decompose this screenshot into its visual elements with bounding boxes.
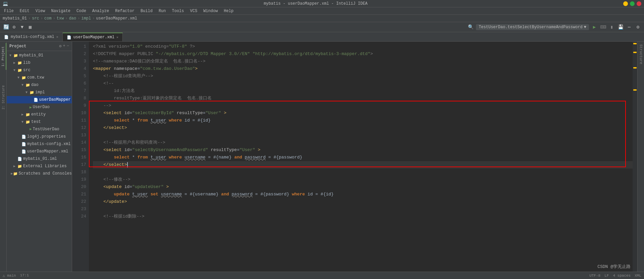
menu-refactor[interactable]: Refactor	[112, 8, 137, 14]
class-icon: ►	[30, 127, 32, 131]
toolbar-right: 🔍 TestUserDao.testSelectByUsernameAndPas…	[467, 24, 641, 31]
tree-item-log4j[interactable]: 📄 log4j.properties	[7, 133, 72, 140]
structure-tab[interactable]: Structure	[638, 42, 644, 67]
menu-vcs[interactable]: VCS	[187, 8, 200, 14]
tree-item-dao[interactable]: ▼ 📁 dao	[7, 81, 72, 89]
search-icon[interactable]: 🔍	[467, 24, 474, 31]
sidebar-header: Project ⚙ + −	[7, 42, 72, 51]
breadcrumb-item[interactable]: com	[44, 16, 52, 21]
collapse-all-icon[interactable]: −	[67, 44, 69, 49]
java-icon: ▶	[30, 105, 32, 109]
breadcrumb-item[interactable]: dao	[69, 16, 76, 21]
menu-analyze[interactable]: Analyze	[90, 8, 112, 14]
settings-icon[interactable]: ⚙	[11, 24, 17, 31]
code-line-3: <!--namespace:DAO接口的全限定名 包名.接口名-->	[93, 58, 633, 65]
layout-icon[interactable]: ▦	[27, 24, 34, 31]
chevron-down-icon: ▼	[584, 25, 586, 30]
more-button[interactable]: ⋯	[626, 24, 633, 31]
breadcrumb-item[interactable]: impl	[81, 16, 91, 21]
tree-item-userdaomapper2[interactable]: 📄 userDaoMapper.xml	[7, 148, 72, 155]
menu-view[interactable]: View	[33, 8, 48, 14]
git-branch[interactable]: △ main	[3, 273, 16, 278]
status-message: 17:1	[20, 273, 29, 278]
coverage-button[interactable]: ▮	[608, 24, 615, 31]
run-button[interactable]: ▶	[591, 24, 598, 31]
title-bar-controls: − □ ×	[623, 1, 641, 6]
project-tree: ▼ 📁 mybatis_01 ▶ 📁 lib ▼ 📁 src ▼ 📁 com.	[7, 51, 72, 279]
menu-file[interactable]: File	[1, 8, 16, 14]
warning-marker	[633, 52, 637, 53]
tree-label: com.txw	[27, 75, 44, 80]
expand-icon[interactable]: ▼	[19, 24, 25, 31]
tree-label: log4j.properties	[27, 134, 66, 139]
code-line-21: update t_user set username = #{username}…	[93, 191, 633, 198]
encoding[interactable]: UTF-8	[589, 274, 600, 278]
breadcrumb-item[interactable]: src	[32, 16, 39, 21]
build-button[interactable]: 💾	[617, 24, 624, 31]
indent-info[interactable]: 4 spaces	[613, 274, 631, 278]
title-bar-left: 💻	[3, 1, 8, 6]
tree-item-userdaomapper[interactable]: 📄 userDaoMapper	[7, 96, 72, 103]
tree-item-mybatisconfig[interactable]: 📄 mybatis-config.xml	[7, 140, 72, 148]
menu-window[interactable]: Window	[201, 8, 220, 14]
tree-item-lib[interactable]: ▶ 📁 lib	[7, 59, 72, 66]
tab-userdaomapper[interactable]: 📄 userDaoMapper.xml ✕	[63, 33, 123, 41]
menu-help[interactable]: Help	[221, 8, 236, 14]
tree-item-comtxw[interactable]: ▼ 📁 com.txw	[7, 74, 72, 81]
xml-icon: 📄	[34, 98, 38, 102]
breadcrumb-bar: mybatis_01 › src › com › txw › dao › imp…	[0, 15, 644, 22]
menu-navigate[interactable]: Navigate	[48, 8, 73, 14]
breadcrumb-item[interactable]: txw	[57, 16, 64, 21]
run-config-selector[interactable]: TestUserDao.testSelectByUsernameAndPassw…	[476, 24, 589, 30]
project-sidebar: Project ⚙ + − ▼ 📁 mybatis_01 ▶ 📁 lib	[7, 42, 72, 279]
tree-item-mybatis01[interactable]: ▼ 📁 mybatis_01	[7, 52, 72, 59]
gear-icon[interactable]: ⚙	[59, 44, 61, 49]
expand-all-icon[interactable]: +	[63, 44, 65, 49]
tree-label: External Libraries	[23, 164, 67, 169]
xml-file-icon: 📄	[4, 35, 9, 39]
menu-run[interactable]: Run	[156, 8, 169, 14]
left-panel-tabs: 1: Project 2: Structure	[0, 42, 7, 279]
settings2-icon[interactable]: ⚙	[635, 24, 641, 31]
tree-item-testuserdao[interactable]: ► TestUserDao	[7, 126, 72, 133]
xml-icon: 📄	[21, 149, 26, 154]
tree-item-scratches[interactable]: ▶ 📁 Scratches and Consoles	[7, 170, 72, 177]
tree-item-extlibs[interactable]: ▶ 📁 External Libraries	[7, 162, 72, 170]
code-line-2: <!DOCTYPE mapper PUBLIC "-//mybatis.org/…	[93, 50, 633, 58]
tab-label: userDaoMapper.xml	[73, 35, 114, 40]
maximize-button[interactable]: □	[630, 1, 635, 6]
minimize-button[interactable]: −	[623, 1, 628, 6]
code-line-10: <select id="selectUserById" resultType="…	[93, 109, 633, 117]
breadcrumb-item[interactable]: userDaoMapper.xml	[96, 16, 137, 21]
close-button[interactable]: ×	[637, 1, 641, 6]
tab-close-icon[interactable]: ✕	[116, 35, 118, 39]
menu-bar: File Edit View Navigate Code Analyze Ref…	[0, 7, 644, 15]
code-line-18	[93, 169, 633, 176]
tab-project[interactable]: 1: Project	[0, 43, 6, 70]
sync-icon[interactable]: 🔄	[3, 24, 9, 31]
tree-item-userdao[interactable]: ▶ UserDao	[7, 103, 72, 111]
code-editor[interactable]: <?xml version="1.0" encoding="UTF-8" ?> …	[89, 42, 633, 279]
tab-structure[interactable]: 2: Structure	[0, 84, 6, 111]
tab-close-icon[interactable]: ✕	[56, 35, 58, 39]
code-line-23	[93, 205, 633, 213]
tree-item-test[interactable]: ▼ 📁 test	[7, 118, 72, 126]
menu-edit[interactable]: Edit	[17, 8, 32, 14]
tree-label: mybatis-config.xml	[27, 142, 71, 146]
breadcrumb-item[interactable]: mybatis_01	[3, 16, 27, 21]
line-separator[interactable]: LF	[604, 274, 609, 278]
tree-item-impl[interactable]: ▼ 📁 impl	[7, 89, 72, 96]
tree-item-iml[interactable]: 📄 mybatis_01.iml	[7, 155, 72, 162]
main-layout: 1: Project 2: Structure Project ⚙ + − ▼ …	[0, 42, 644, 279]
menu-tools[interactable]: Tools	[169, 8, 187, 14]
code-line-17: </select>	[93, 161, 633, 169]
line-numbers: 1 2 3 4 5 6 7 8 9 10 11 12 13 14 15 16 1…	[72, 42, 89, 279]
folder-icon: 📁	[13, 172, 18, 176]
tree-label: mybatis_01	[19, 53, 43, 58]
tree-item-entity[interactable]: ▶ 📁 entity	[7, 111, 72, 118]
tree-item-src[interactable]: ▼ 📁 src	[7, 66, 72, 74]
menu-code[interactable]: Code	[74, 8, 89, 14]
menu-build[interactable]: Build	[138, 8, 155, 14]
tab-mybatis-config[interactable]: 📄 mybatis-config.xml ✕	[0, 33, 63, 41]
debug-button[interactable]: 🁚	[600, 24, 606, 31]
